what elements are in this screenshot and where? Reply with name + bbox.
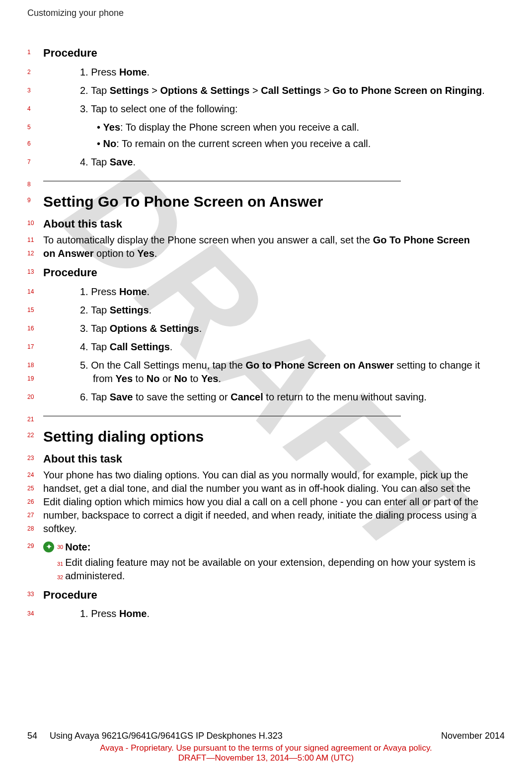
line-number: 9	[27, 192, 43, 204]
note-icon: ✦	[43, 541, 54, 552]
document-page: DRAFT Customizing your phone 1 Procedure…	[0, 0, 532, 773]
heading-about: About this task	[43, 217, 505, 232]
ui-term: Options & Settings	[160, 85, 249, 96]
line-number: 24	[27, 468, 43, 478]
ui-term: Save	[110, 156, 133, 167]
paragraph-text: To automatically display the Phone scree…	[43, 233, 505, 247]
body-text: 1 Procedure 2 1. Press Home. 3 2. Tap Se…	[27, 18, 505, 620]
text: 1. Press	[80, 67, 119, 77]
footer-proprietary: Avaya - Proprietary. Use pursuant to the…	[27, 743, 505, 753]
step-text: 4. Tap Call Settings.	[43, 340, 505, 354]
line-number: 23	[27, 452, 43, 462]
bullet-text: • No: To remain on the current screen wh…	[43, 137, 505, 151]
text: >	[149, 85, 160, 96]
text: 3. Tap	[80, 323, 110, 334]
paragraph-text: on Answer option to Yes.	[43, 247, 505, 260]
text: 2. Tap	[80, 85, 110, 96]
text: setting to change it	[394, 360, 480, 371]
ui-term: Home	[119, 608, 147, 619]
line-number: 18	[27, 359, 43, 369]
step-text: 3. Tap to select one of the following:	[43, 102, 505, 116]
line-number: 17	[27, 340, 43, 350]
line-number: 8	[27, 181, 43, 188]
line-number: 21	[27, 416, 43, 423]
line-number: 19	[27, 372, 43, 382]
line-number: 5	[27, 121, 43, 131]
line-number: 22	[27, 427, 43, 439]
line-number: 25	[27, 482, 43, 492]
text: .	[199, 323, 202, 334]
ui-term: Yes	[137, 248, 154, 259]
line-number: 10	[27, 217, 43, 227]
line-number: 34	[27, 607, 43, 617]
section-heading: Setting Go To Phone Screen on Answer	[43, 192, 505, 212]
line-number: 27	[27, 509, 43, 519]
text: >	[249, 85, 261, 96]
line-number: 33	[27, 588, 43, 598]
text: to	[187, 373, 201, 384]
line-number: 15	[27, 304, 43, 313]
ui-term: Call Settings	[110, 341, 170, 352]
ui-term: Yes	[201, 373, 218, 384]
step-text: 1. Press Home.	[43, 66, 505, 79]
step-text: 4. Tap Save.	[43, 155, 505, 169]
footer-date: November 2014	[441, 731, 505, 741]
footer-left: 54 Using Avaya 9621G/9641G/9641GS IP Des…	[27, 731, 283, 741]
line-number: 28	[27, 522, 43, 532]
ui-term: Yes	[103, 122, 120, 133]
heading-procedure: Procedure	[43, 265, 505, 280]
section-rule	[43, 416, 401, 416]
ui-term: Cancel	[230, 391, 263, 402]
line-number: 3	[27, 84, 43, 94]
text: To automatically display the Phone scree…	[43, 234, 373, 245]
ui-term: Home	[119, 67, 147, 77]
line-number: 11	[27, 233, 43, 243]
ui-term: No	[147, 373, 160, 384]
line-number: 20	[27, 390, 43, 400]
text: •	[97, 122, 103, 133]
note-body: 32administered.	[43, 569, 505, 583]
text: .	[482, 85, 485, 96]
line-number: 12	[27, 247, 43, 257]
paragraph-text: Edit dialing option which mimics how you…	[43, 495, 505, 509]
text: option to	[94, 248, 138, 259]
text: .	[147, 286, 150, 297]
text: : To display the Phone screen when you r…	[120, 122, 359, 133]
text: •	[97, 138, 103, 149]
ui-term: No	[103, 138, 117, 149]
text: Edit dialing feature may not be availabl…	[65, 557, 475, 568]
step-text: 1. Press Home.	[43, 607, 505, 620]
line-number: 4	[27, 102, 43, 112]
text: : To remain on the current screen when y…	[116, 138, 371, 149]
page-footer: 54 Using Avaya 9621G/9641G/9641GS IP Des…	[27, 731, 505, 763]
paragraph-text: handset, get a dial tone, and dial the n…	[43, 482, 505, 495]
line-number: 32	[57, 574, 63, 580]
footer-draft-stamp: DRAFT—November 13, 2014—5:00 AM (UTC)	[27, 753, 505, 763]
ui-term: Home	[119, 286, 147, 297]
step-text: 5. On the Call Settings menu, tap the Go…	[43, 359, 505, 372]
ui-term: Settings	[110, 305, 149, 315]
ui-term: Go To Phone Screen	[373, 234, 470, 245]
ui-term: Go to Phone Screen on Answer	[246, 360, 394, 371]
text: to return to the menu without saving.	[263, 391, 427, 402]
step-text: 3. Tap Options & Settings.	[43, 322, 505, 335]
line-number: 13	[27, 265, 43, 275]
text: 1. Press	[80, 608, 119, 619]
running-header: Customizing your phone	[27, 8, 505, 18]
page-content: Customizing your phone 1 Procedure 2 1. …	[27, 8, 505, 763]
text: >	[321, 85, 332, 96]
ui-term: Options & Settings	[110, 323, 199, 334]
section-heading: Setting dialing options	[43, 427, 505, 447]
paragraph-text: Your phone has two dialing options. You …	[43, 468, 505, 482]
text: .	[133, 156, 136, 167]
note-label: Note:	[65, 541, 90, 554]
line-number: 16	[27, 322, 43, 332]
note-body: 31Edit dialing feature may not be availa…	[43, 556, 505, 569]
step-text: 2. Tap Settings > Options & Settings > C…	[43, 84, 505, 97]
page-number: 54	[27, 731, 37, 741]
ui-term: No	[174, 373, 187, 384]
ui-term: Settings	[110, 85, 149, 96]
line-number: 31	[57, 561, 63, 567]
paragraph-text: softkey.	[43, 522, 505, 536]
text: to save the setting or	[133, 391, 230, 402]
